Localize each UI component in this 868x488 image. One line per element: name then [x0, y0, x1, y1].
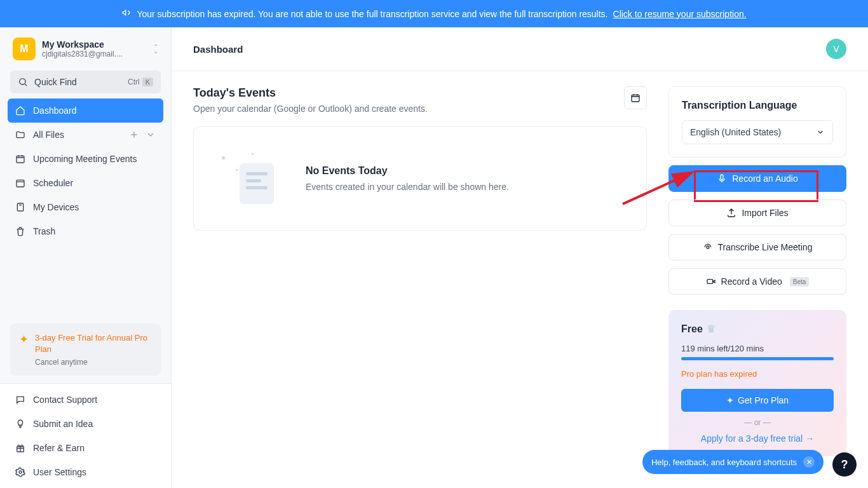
- upload-icon: [726, 208, 736, 218]
- sidebar-item-label: Dashboard: [33, 105, 77, 116]
- sidebar-item-refer-earn[interactable]: Refer & Earn: [8, 436, 163, 460]
- get-pro-button[interactable]: ✦ Get Pro Plan: [681, 389, 834, 412]
- sidebar-item-label: My Devices: [33, 202, 79, 212]
- empty-illustration: [217, 150, 280, 207]
- crown-icon: ♛: [707, 323, 715, 335]
- sidebar-item-submit-idea[interactable]: Submit an Idea: [8, 412, 163, 436]
- quick-find-label: Quick Find: [34, 77, 77, 87]
- help-fab[interactable]: ?: [832, 452, 857, 477]
- sidebar-item-upcoming[interactable]: Upcoming Meeting Events: [8, 147, 163, 171]
- device-icon: [15, 202, 25, 212]
- sidebar-item-label: User Settings: [33, 467, 86, 477]
- sidebar-item-label: Scheduler: [33, 178, 73, 188]
- quick-find[interactable]: Quick Find Ctrl K: [10, 71, 161, 93]
- svg-point-5: [19, 471, 22, 473]
- no-events-card: No Events Today Events created in your c…: [193, 126, 647, 231]
- transcribe-live-label: Transcribe Live Meeting: [718, 242, 813, 252]
- schedule-icon: [15, 178, 25, 188]
- chat-icon: [15, 395, 25, 405]
- apply-trial-label: Apply for a 3-day free trial: [701, 433, 803, 444]
- svg-rect-9: [707, 280, 713, 284]
- help-pill-text: Help, feedback, and keyboard shortcuts: [651, 458, 797, 467]
- language-value: English (United States): [690, 127, 781, 137]
- sparkle-icon: ✦: [726, 395, 734, 405]
- video-icon: [706, 276, 716, 287]
- bulb-icon: [15, 419, 25, 429]
- import-files-label: Import Files: [742, 208, 788, 218]
- gear-icon: [15, 467, 25, 477]
- sidebar-item-scheduler[interactable]: Scheduler: [8, 171, 163, 195]
- workspace-name: My Workspace: [42, 39, 147, 50]
- topbar: Dashboard V: [172, 27, 868, 71]
- or-divider: — or —: [681, 418, 834, 427]
- sidebar-item-trash[interactable]: Trash: [8, 219, 163, 243]
- sidebar-item-label: Submit an Idea: [33, 419, 93, 429]
- megaphone-icon: [121, 8, 132, 20]
- chevron-down-icon: [816, 128, 825, 137]
- workspace-switcher[interactable]: M My Workspace cjdigitals2831@gmail.... …: [0, 27, 171, 71]
- close-icon[interactable]: ✕: [803, 456, 815, 468]
- search-icon: [18, 77, 28, 87]
- home-icon: [15, 105, 25, 116]
- sidebar-item-all-files[interactable]: All Files: [8, 123, 163, 147]
- main: Dashboard V Today's Events Open your cal…: [172, 27, 868, 488]
- trial-promo-card[interactable]: ✦ 3-day Free Trial for Annual Pro Plan C…: [10, 323, 161, 376]
- chevron-down-icon[interactable]: [146, 130, 156, 140]
- trial-title: 3-day Free Trial for Annual Pro Plan: [35, 332, 152, 355]
- sidebar-item-dashboard[interactable]: Dashboard: [8, 98, 163, 123]
- record-video-label: Record a Video: [721, 276, 782, 287]
- plan-tier: Free: [681, 323, 703, 335]
- svg-rect-7: [721, 175, 723, 180]
- apply-trial-link[interactable]: Apply for a 3-day free trial →: [681, 433, 834, 444]
- transcribe-live-button[interactable]: Transcribe Live Meeting: [668, 234, 846, 261]
- svg-rect-1: [17, 156, 24, 163]
- quick-find-ctrl: Ctrl: [128, 78, 140, 86]
- svg-point-0: [20, 79, 25, 85]
- record-audio-button[interactable]: Record an Audio: [668, 165, 846, 192]
- calendar-icon: [15, 154, 25, 164]
- svg-rect-3: [17, 203, 23, 211]
- quick-find-k: K: [142, 78, 153, 86]
- svg-rect-6: [632, 95, 639, 102]
- resume-subscription-link[interactable]: Click to resume your subscription.: [613, 9, 747, 19]
- import-files-button[interactable]: Import Files: [668, 200, 846, 226]
- gift-icon: [15, 443, 25, 453]
- user-avatar[interactable]: V: [826, 39, 846, 59]
- trial-sub: Cancel anytime: [35, 358, 152, 367]
- language-select[interactable]: English (United States): [682, 120, 833, 144]
- lang-title: Transcription Language: [682, 100, 833, 111]
- page-title: Dashboard: [193, 44, 243, 55]
- sidebar-item-user-settings[interactable]: User Settings: [8, 460, 163, 484]
- events-title: Today's Events: [193, 86, 428, 100]
- transcription-card: Transcription Language English (United S…: [668, 86, 846, 158]
- sidebar-item-label: Trash: [33, 226, 55, 236]
- trash-icon: [15, 226, 25, 236]
- banner-text: Your subscription has expired. You are n…: [137, 9, 607, 19]
- help-pill[interactable]: Help, feedback, and keyboard shortcuts ✕: [642, 450, 824, 474]
- svg-rect-2: [17, 180, 24, 187]
- no-events-title: No Events Today: [306, 165, 509, 177]
- no-events-sub: Events created in your calendar will be …: [306, 182, 509, 192]
- events-sub: Open your calendar (Google or Outlook) a…: [193, 104, 428, 114]
- broadcast-icon: [703, 242, 713, 252]
- record-video-button[interactable]: Record a Video Beta: [668, 268, 846, 295]
- plan-minutes: 119 mins left/120 mins: [681, 344, 834, 353]
- progress-bar: [681, 357, 834, 360]
- svg-point-8: [707, 246, 709, 248]
- plan-card: Free ♛ 119 mins left/120 mins Pro plan h…: [668, 310, 846, 456]
- workspace-badge: M: [13, 37, 36, 60]
- sidebar-item-contact-support[interactable]: Contact Support: [8, 388, 163, 412]
- record-audio-label: Record an Audio: [732, 173, 798, 184]
- arrow-right-icon: →: [805, 433, 814, 444]
- sidebar-item-devices[interactable]: My Devices: [8, 195, 163, 219]
- sparkle-icon: ✦: [19, 332, 29, 367]
- sidebar-item-label: Refer & Earn: [33, 443, 85, 453]
- sidebar-item-label: Upcoming Meeting Events: [33, 154, 137, 164]
- plan-expired: Pro plan has expired: [681, 369, 834, 379]
- calendar-icon: [630, 93, 641, 103]
- calendar-button[interactable]: [624, 86, 647, 109]
- sidebar-item-label: All Files: [33, 130, 64, 140]
- sidebar: M My Workspace cjdigitals2831@gmail.... …: [0, 27, 172, 488]
- plus-icon[interactable]: [129, 130, 139, 140]
- updown-chevron-icon: ⌃⌄: [153, 44, 158, 53]
